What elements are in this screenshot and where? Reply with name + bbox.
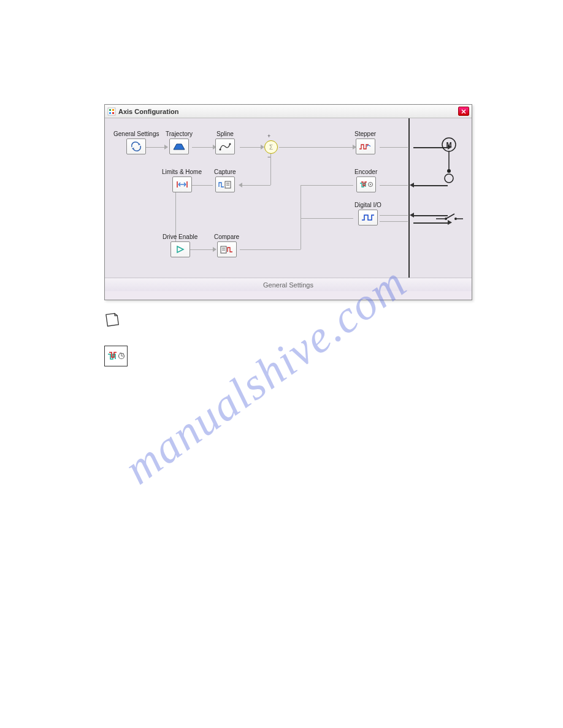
compare-block[interactable]: Compare [214, 233, 239, 257]
compare-label: Compare [214, 233, 239, 240]
stepper-block[interactable]: Stepper [354, 131, 376, 154]
capture-icon [218, 180, 232, 189]
window-footer-sub [105, 291, 472, 300]
trapezoid-icon [172, 142, 186, 151]
svg-point-9 [445, 174, 453, 183]
stepper-wave-icon [358, 142, 373, 151]
trajectory-block[interactable]: Trajectory [166, 131, 193, 154]
spline-curve-icon [218, 142, 232, 151]
encoder-button-icon [104, 346, 128, 366]
vertical-divider [408, 118, 410, 278]
svg-point-15 [220, 149, 221, 151]
stepper-label: Stepper [354, 131, 376, 137]
svg-point-8 [447, 169, 451, 173]
svg-rect-2 [112, 109, 114, 111]
drive-enable-label: Drive Enable [163, 233, 197, 240]
summation-node: Σ [264, 140, 278, 154]
general-settings-label: General Settings [113, 131, 159, 137]
sigma-icon: Σ [267, 143, 275, 151]
diagram-canvas: M General Settings Trajectory [105, 118, 472, 278]
svg-rect-0 [108, 108, 115, 115]
window-footer: General Settings [105, 278, 472, 291]
capture-label: Capture [214, 169, 236, 175]
svg-text:Σ: Σ [269, 144, 273, 151]
compare-icon [220, 245, 234, 254]
svg-rect-4 [112, 112, 114, 114]
labview-icon [107, 107, 116, 116]
window-titlebar: Axis Configuration [105, 105, 472, 118]
gear-arrows-icon [129, 141, 143, 152]
close-button[interactable] [458, 107, 469, 116]
encoder-block[interactable]: Encoder [354, 169, 377, 192]
svg-rect-1 [109, 109, 111, 111]
svg-point-13 [454, 218, 457, 220]
digitalio-block[interactable]: Digital I/O [354, 202, 381, 226]
plus-label: + [267, 133, 270, 139]
svg-rect-3 [109, 112, 111, 114]
play-triangle-icon [175, 245, 186, 254]
limits-home-block[interactable]: Limits & Home [162, 169, 202, 192]
svg-point-25 [370, 184, 371, 185]
limits-home-label: Limits & Home [162, 169, 202, 175]
trajectory-label: Trajectory [166, 131, 193, 137]
drive-enable-block[interactable]: Drive Enable [163, 233, 197, 257]
window-title: Axis Configuration [118, 108, 178, 115]
general-settings-block[interactable]: General Settings [113, 131, 159, 154]
capture-block[interactable]: Capture [214, 169, 236, 192]
limits-icon [175, 180, 190, 189]
digitalio-label: Digital I/O [354, 202, 381, 208]
note-icon [104, 311, 120, 327]
encoder-label: Encoder [354, 169, 377, 175]
spline-label: Spline [215, 131, 235, 137]
motor-symbol-icon: M [440, 135, 458, 191]
svg-text:M: M [446, 141, 451, 148]
squarewave-icon [361, 213, 375, 222]
axis-config-window: Axis Configuration [104, 104, 472, 300]
svg-point-16 [229, 143, 231, 145]
switch-symbol-icon [435, 212, 464, 222]
minus-label: − [267, 154, 270, 160]
spline-block[interactable]: Spline [215, 131, 235, 154]
encoder-wave-icon [359, 180, 373, 189]
svg-line-12 [446, 214, 454, 219]
footer-label: General Settings [263, 281, 313, 289]
